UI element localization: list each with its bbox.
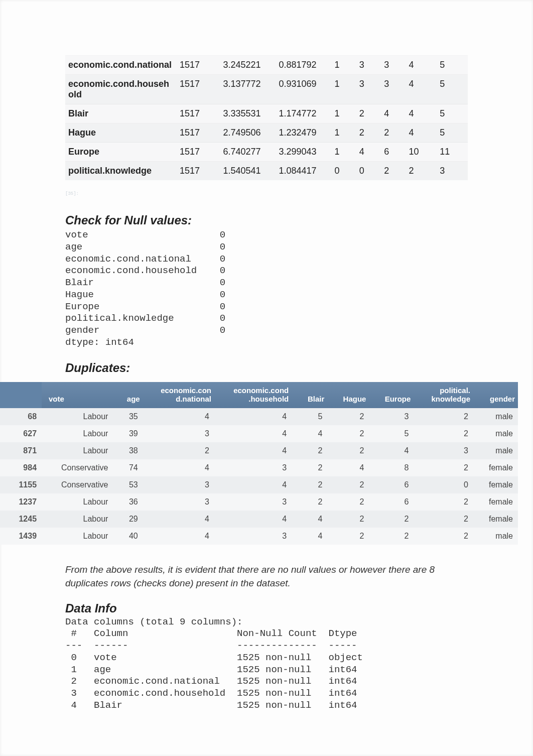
dup-cell: 36 [113, 493, 143, 511]
stat-cell: 4 [406, 56, 437, 75]
dup-cell: 3 [214, 459, 292, 476]
stat-cell: 5 [437, 75, 468, 104]
stat-cell: 2 [381, 123, 406, 143]
dup-cell: 3 [214, 493, 292, 511]
dup-cell: 4 [214, 408, 292, 425]
row-variable-name: political.knowledge [65, 162, 177, 181]
data-info-title: Data Info [65, 601, 468, 615]
row-index: 1237 [0, 493, 42, 511]
stat-cell: 6.740277 [220, 143, 276, 162]
table-row: Europe15176.7402773.2990431461011 [65, 143, 468, 162]
stat-cell: 3.299043 [276, 143, 331, 162]
duplicates-table: voteageeconomic.con d.nationaleconomic.c… [0, 382, 518, 545]
dup-cell: 3 [369, 408, 414, 425]
table-row: political.knowledge15171.5405411.0844170… [65, 162, 468, 181]
stat-cell: 1 [332, 75, 356, 104]
stat-cell: 1.084417 [276, 162, 331, 181]
dup-cell: Labour [42, 528, 113, 545]
row-variable-name: economic.cond.national [65, 56, 177, 75]
row-index: 871 [0, 442, 42, 459]
stat-cell: 1 [332, 56, 356, 75]
dup-cell: 29 [113, 511, 143, 528]
stat-cell: 4 [406, 104, 437, 123]
dup-cell: 40 [113, 528, 143, 545]
stat-cell: 0 [356, 162, 381, 181]
stat-cell: 1517 [177, 104, 220, 123]
table-row: 984Conservative74432482female [0, 459, 518, 476]
dup-cell: 2 [327, 408, 369, 425]
row-variable-name: Blair [65, 104, 177, 123]
dup-cell: female [473, 511, 518, 528]
data-info-output: Data columns (total 9 columns): # Column… [65, 616, 468, 712]
dup-cell: Labour [42, 408, 113, 425]
dup-cell: 6 [369, 493, 414, 511]
stat-cell: 1517 [177, 56, 220, 75]
dup-cell: female [473, 493, 518, 511]
observation-note: From the above results, it is evident th… [65, 563, 468, 590]
dup-cell: Conservative [42, 459, 113, 476]
dup-cell: 2 [292, 442, 327, 459]
dup-cell: male [473, 425, 518, 442]
dup-cell: 4 [292, 528, 327, 545]
stat-cell: 3.335531 [220, 104, 276, 123]
dup-cell: Labour [42, 425, 113, 442]
row-index: 984 [0, 459, 42, 476]
dup-cell: male [473, 408, 518, 425]
row-index: 1245 [0, 511, 42, 528]
stat-cell: 1517 [177, 75, 220, 104]
dup-cell: 2 [369, 511, 414, 528]
null-values-output: vote 0 age 0 economic.cond.national 0 ec… [65, 229, 468, 349]
stat-cell: 1517 [177, 143, 220, 162]
dup-cell: 39 [113, 425, 143, 442]
dup-cell: 2 [327, 442, 369, 459]
stat-cell: 3.137772 [220, 75, 276, 104]
dup-cell: 4 [214, 425, 292, 442]
row-variable-name: economic.cond.household [65, 75, 177, 104]
stat-cell: 5 [437, 104, 468, 123]
dup-cell: 3 [143, 476, 214, 493]
dup-cell: female [473, 476, 518, 493]
dup-cell: 5 [369, 425, 414, 442]
dup-cell: 38 [113, 442, 143, 459]
stat-cell: 4 [406, 123, 437, 143]
stat-cell: 2 [356, 123, 381, 143]
dup-cell: 53 [113, 476, 143, 493]
null-section-title: Check for Null values: [65, 213, 468, 227]
stat-cell: 1 [332, 104, 356, 123]
dup-cell: 3 [214, 528, 292, 545]
stat-cell: 0 [332, 162, 356, 181]
stat-cell: 3 [437, 162, 468, 181]
column-header: political. knowledge [414, 382, 473, 408]
stat-cell: 1.232479 [276, 123, 331, 143]
dup-cell: 2 [414, 425, 473, 442]
cell-prompt: [35]: [65, 191, 468, 196]
dup-cell: male [473, 528, 518, 545]
dup-cell: 2 [327, 511, 369, 528]
dup-cell: 4 [292, 425, 327, 442]
describe-table: economic.cond.national15173.2452210.8817… [65, 55, 468, 180]
stat-cell: 5 [437, 123, 468, 143]
stat-cell: 0.931069 [276, 75, 331, 104]
dup-cell: male [473, 442, 518, 459]
column-header: age [113, 382, 143, 408]
stat-cell: 3 [356, 75, 381, 104]
dup-cell: 4 [143, 511, 214, 528]
dup-cell: 2 [327, 493, 369, 511]
stat-cell: 2 [356, 104, 381, 123]
dup-cell: 4 [292, 511, 327, 528]
stat-cell: 4 [381, 104, 406, 123]
column-header: Europe [369, 382, 414, 408]
dup-cell: 2 [327, 476, 369, 493]
stat-cell: 0.881792 [276, 56, 331, 75]
stat-cell: 2 [406, 162, 437, 181]
column-header: vote [42, 382, 113, 408]
stat-cell: 1 [332, 123, 356, 143]
dup-cell: 2 [292, 493, 327, 511]
table-row: Blair15173.3355311.17477212445 [65, 104, 468, 123]
dup-cell: 4 [327, 459, 369, 476]
stat-cell: 1517 [177, 162, 220, 181]
stat-cell: 10 [406, 143, 437, 162]
stat-cell: 1.540541 [220, 162, 276, 181]
dup-cell: 2 [414, 493, 473, 511]
dup-cell: 4 [214, 511, 292, 528]
